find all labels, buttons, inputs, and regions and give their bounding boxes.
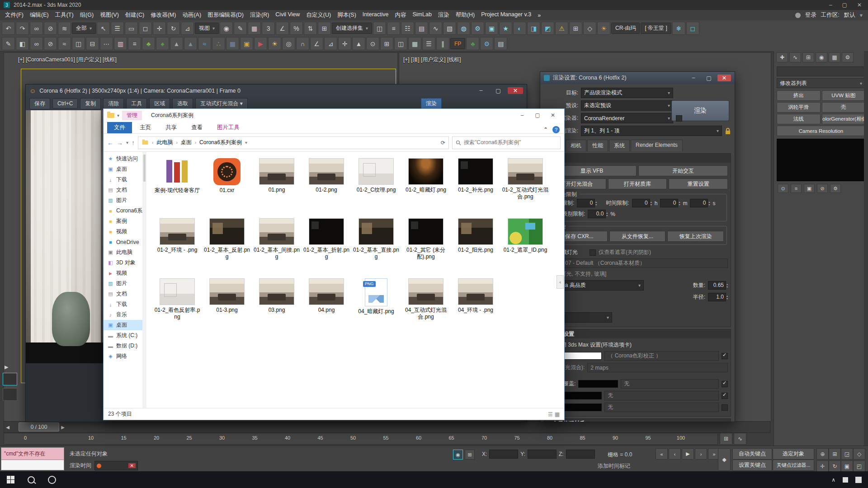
file-item[interactable]: 04_环境 - .png [452,278,499,338]
zoom-extents-icon[interactable]: ◲ [841,448,853,460]
menu-item[interactable]: 自定义(U) [303,10,334,20]
file-item[interactable]: 01-2_互动式灯光混合.png [502,158,549,218]
file-item[interactable]: 04.png [303,278,350,338]
breadcrumb-segment[interactable]: Corona6系列案例 [199,139,242,146]
rendered-frame-icon[interactable]: ▣ [485,22,498,35]
ribbon-toggle-icon[interactable]: ▤ [415,22,428,35]
action-center-icon[interactable] [855,477,862,483]
absolute-offset-toggle[interactable]: ⊞ [465,450,475,460]
use-pivot-center-icon[interactable]: ◉ [220,22,233,35]
breadcrumb[interactable]: › 此电脑›桌面›Corona6系列案例▾ ⟳ [138,136,449,149]
rock-icon[interactable]: ▲ [170,37,183,50]
vfb-close-button[interactable]: ✕ [508,87,523,94]
scene-explorer-icon[interactable]: ☷ [401,22,414,35]
next-frame-button[interactable]: › [695,448,707,460]
orbit-icon[interactable]: ↻ [829,460,841,472]
triangle-icon[interactable]: ⊿ [324,37,337,50]
chevron-down-icon[interactable]: ▾ [245,140,247,145]
stairs-icon[interactable]: ☰ [422,37,435,50]
pan-icon[interactable]: ✛ [816,460,829,472]
percent-snap-icon[interactable]: % [290,22,303,35]
file-item[interactable]: 01.png [253,158,300,218]
refresh-icon[interactable]: ⟳ [441,140,445,146]
make-unique-icon[interactable]: ▣ [804,184,815,193]
reflection-override-checkbox[interactable] [722,393,728,399]
macro-recorder-line[interactable]: "cmd"文件不存在 [1,447,64,460]
file-item[interactable]: 01-2_C纹理.png [353,158,400,218]
target-icon[interactable]: ◎ [282,37,295,50]
explorer-minimize-button[interactable]: – [514,112,530,118]
viewport-camera-label[interactable]: [+] [CoronaCamera001] [用户定义] [线框] [18,56,117,64]
select-by-name-icon[interactable]: ☰ [111,22,124,35]
taskbar-search-button[interactable] [21,471,42,488]
sidebar-item[interactable]: ▬系统 (C:) [104,330,142,341]
viewport-top-label[interactable]: [+] [顶] [用户定义] [线框] [403,56,461,64]
menu-item[interactable]: 文件(F) [2,10,27,20]
sidebar-item[interactable]: ►视频 [104,268,142,278]
shadow-occlude-checkbox[interactable] [590,249,596,256]
select-object-icon[interactable]: ↖ [97,22,110,35]
visibility-override-button[interactable]: 无 [621,379,719,389]
remove-modifier-icon[interactable]: ⊘ [817,184,828,193]
select-and-rotate-icon[interactable]: ↻ [167,22,180,35]
corona-frame-icon[interactable]: ◻ [686,22,699,35]
menu-item[interactable]: Civil View [272,10,303,20]
file-item[interactable]: 01-2_环境 - .png [154,218,201,278]
vfb-button[interactable]: 互动式灯光混合 ▾ [195,98,247,109]
modifier-button[interactable]: 挤出 [777,90,821,101]
cancel-render-button[interactable]: ✕ [128,463,136,468]
rectangular-selection-icon[interactable]: ▭ [125,22,138,35]
modify-tab-icon[interactable]: ∿ [789,52,801,62]
preset-dropdown[interactable]: 未选定预设▾ [581,100,673,111]
menu-overflow-chevron[interactable]: » [534,11,544,20]
material-editor-icon[interactable]: ◍ [457,22,470,35]
lightmix-icon[interactable]: ◩ [541,22,554,35]
menu-item[interactable]: 渲染(R) [247,10,272,20]
modifier-button[interactable]: 壳 [822,102,866,113]
protractor-icon[interactable]: ∠ [310,37,323,50]
vfb-button[interactable]: Ctrl+C [52,99,78,108]
reflection-override-button[interactable]: 无 [604,391,719,400]
lock-icon[interactable] [725,127,731,135]
vfb-button[interactable]: 清除 [103,98,124,109]
time-slider-thumb[interactable]: 0 / 100 [19,422,59,432]
corona-interactive-icon[interactable]: ◐ [513,22,526,35]
material-override-field[interactable]: 07 - Default （Corona基本材质） [562,258,728,268]
menu-item[interactable]: 创建(C) [122,10,147,20]
menu-item[interactable]: 工具(T) [52,10,77,20]
mirror-icon[interactable]: ◫ [373,22,386,35]
list-view-icon[interactable]: ▤ [494,37,507,50]
warning-icon[interactable]: ⚠ [555,22,568,35]
angle-snap-icon[interactable]: ∠ [276,22,289,35]
set-key-button[interactable]: 设置关键点 [732,460,772,471]
sidebar-item[interactable]: ▥图片 [104,278,142,289]
vfb-button[interactable]: 选取 [172,98,193,109]
z-coordinate-field[interactable] [566,450,595,459]
panel-scrollbar[interactable] [864,51,868,446]
refraction-override-checkbox[interactable] [722,404,728,411]
target-dropdown[interactable]: 产品级渲染模式▾ [581,88,673,98]
tab-3[interactable]: 查看 [184,122,209,133]
tab-1[interactable]: 主页 [133,122,158,133]
window-crossing-icon[interactable]: ◻ [139,22,152,35]
schematic-view-icon[interactable]: ▧ [443,22,456,35]
undo-icon[interactable]: ↶ [2,22,15,35]
recent-locations-dropdown[interactable]: ▾ [126,140,128,145]
restore-last-render-button[interactable]: 恢复上次渲染 [667,231,724,242]
time-limit-hours-spinner[interactable]: 0▴▾ [632,199,652,207]
file-item[interactable]: 01.cxr [203,158,250,218]
configure-modifier-sets-icon[interactable]: ⚙ [830,184,841,193]
time-slider[interactable]: ◀ 0 / 100 ▶ [4,421,770,433]
create-tab-icon[interactable]: ✚ [776,52,788,62]
sidebar-item[interactable]: ■案例 [104,216,142,226]
keyboard-override-icon[interactable]: ▦ [248,22,261,35]
zoom-region-icon[interactable]: ◰ [853,460,865,472]
door-icon[interactable]: ◫ [394,37,407,50]
file-item[interactable]: 01-2.png [303,158,350,218]
y-coordinate-field[interactable] [528,450,557,459]
menu-item[interactable]: 编辑(E) [27,10,52,20]
arc-icon[interactable]: ∩ [296,37,309,50]
sidebar-item[interactable]: ▬数据 (D:) [104,341,142,351]
collapse-pane-chevron[interactable]: ‹ [557,275,564,289]
explorer-close-button[interactable]: ✕ [545,112,561,118]
